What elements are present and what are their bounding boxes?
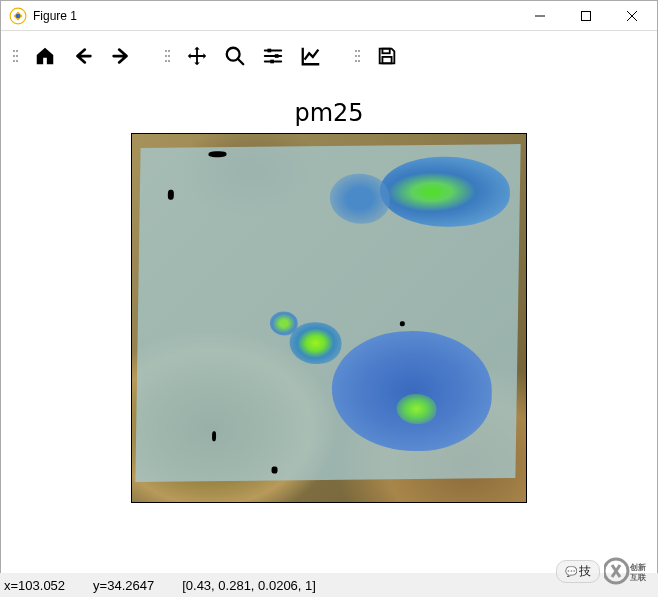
status-y: y=34.2647: [93, 578, 154, 593]
outline-mark: [168, 190, 174, 200]
data-blob: [396, 394, 436, 424]
data-blob: [379, 156, 510, 227]
zoom-icon: [224, 45, 246, 67]
svg-rect-12: [275, 54, 279, 58]
sliders-icon: [262, 45, 284, 67]
outline-mark: [271, 466, 277, 473]
svg-rect-3: [582, 11, 591, 20]
svg-line-7: [238, 59, 244, 65]
svg-text:创新: 创新: [629, 562, 646, 572]
forward-button[interactable]: [103, 38, 139, 74]
drag-handle-icon[interactable]: [355, 41, 363, 71]
watermark: 💬技 创新互联: [556, 555, 656, 587]
back-button[interactable]: [65, 38, 101, 74]
pan-button[interactable]: [179, 38, 215, 74]
outline-mark: [400, 321, 405, 326]
home-button[interactable]: [27, 38, 63, 74]
drag-handle-icon[interactable]: [13, 41, 21, 71]
close-button[interactable]: [609, 1, 655, 31]
watermark-logo: 创新互联: [604, 555, 656, 587]
outline-mark: [212, 431, 216, 441]
app-icon: [9, 7, 27, 25]
minimize-button[interactable]: [517, 1, 563, 31]
configure-button[interactable]: [255, 38, 291, 74]
figure-canvas[interactable]: pm25: [1, 81, 657, 561]
zoom-button[interactable]: [217, 38, 253, 74]
back-arrow-icon: [72, 45, 94, 67]
data-blob: [329, 173, 390, 224]
edit-axis-button[interactable]: [293, 38, 329, 74]
svg-rect-11: [268, 49, 272, 53]
window-title: Figure 1: [33, 9, 517, 23]
chart-title: pm25: [294, 99, 363, 127]
svg-rect-13: [270, 60, 274, 64]
move-icon: [186, 45, 208, 67]
window-controls: [517, 1, 655, 31]
chart-line-icon: [300, 45, 322, 67]
pm25-overlay: [135, 144, 520, 482]
drag-handle-icon[interactable]: [165, 41, 173, 71]
save-icon: [376, 45, 398, 67]
data-blob: [331, 330, 493, 452]
outline-mark: [208, 151, 226, 157]
plot-area[interactable]: [131, 133, 527, 503]
svg-rect-15: [382, 57, 391, 63]
title-bar: Figure 1: [1, 1, 657, 31]
svg-point-1: [16, 13, 21, 18]
maximize-button[interactable]: [563, 1, 609, 31]
data-blob: [270, 311, 298, 335]
watermark-bubble: 💬技: [556, 560, 600, 583]
svg-rect-14: [382, 49, 389, 54]
status-x: x=103.052: [4, 578, 65, 593]
status-pixel: [0.43, 0.281, 0.0206, 1]: [182, 578, 316, 593]
home-icon: [34, 45, 56, 67]
forward-arrow-icon: [110, 45, 132, 67]
toolbar: [1, 31, 657, 81]
svg-text:互联: 互联: [629, 573, 647, 582]
save-button[interactable]: [369, 38, 405, 74]
